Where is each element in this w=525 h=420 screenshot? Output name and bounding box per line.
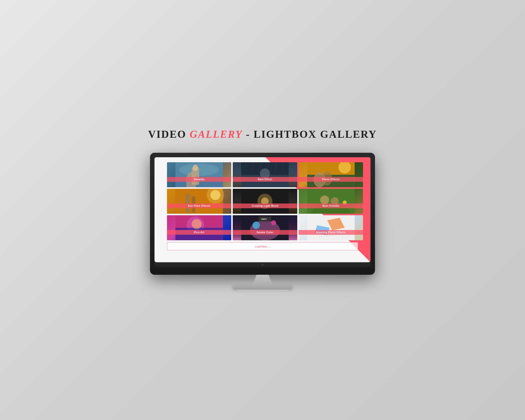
gallery-item-label-amazing-photo-effects: Amazing Photo Effects [299, 230, 363, 235]
monitor-dot [262, 264, 264, 266]
gallery-item-label-rain-effect: Rain Effect [233, 177, 297, 182]
gallery-grid: Ronaldo Rain Effect [167, 162, 363, 240]
page-title: VIDEO GALLERY - LIGHTBOX GALLERY [148, 128, 377, 140]
load-more-bar[interactable]: Load More ... [167, 242, 358, 250]
monitor-stand [150, 275, 375, 292]
gallery-item-label-sun-flare-effects: Sun Flare Effects [167, 204, 231, 208]
gallery-item-smoke-color[interactable]: OBEY Smoke Color [233, 215, 297, 240]
title-part2: - LIGHTBOX GALLERY [242, 128, 377, 140]
svg-point-30 [320, 196, 329, 204]
svg-text:OBEY: OBEY [261, 218, 267, 220]
monitor-bottom-bar [154, 262, 370, 267]
stand-base-reflection [238, 290, 288, 292]
screen-content: Ronaldo Rain Effect [154, 157, 370, 262]
gallery-item-label-creating-light-mood: Creating Light Mood [233, 204, 297, 208]
title-highlight: GALLERY [190, 128, 243, 140]
svg-point-36 [192, 219, 202, 229]
gallery-item-rain-effect[interactable]: Rain Effect [233, 162, 297, 187]
monitor-wrapper: Ronaldo Rain Effect [150, 153, 375, 292]
svg-rect-4 [193, 165, 198, 171]
gallery-item-sun-flare-effects[interactable]: Sun Flare Effects [167, 189, 231, 214]
svg-point-39 [252, 222, 260, 229]
gallery-item-amazing-photo-effects[interactable]: Amazing Photo Effects [299, 215, 363, 240]
load-more-label: Load More ... [255, 245, 270, 248]
gallery-item-label-best-friends: Best Friends [299, 204, 363, 208]
gallery-item-pics-art[interactable]: Pics Art [167, 215, 231, 240]
gallery-item-ronaldo[interactable]: Ronaldo [167, 162, 231, 187]
gallery-item-label-photo-effects: Photo Effects [299, 177, 363, 182]
stand-neck [252, 275, 272, 285]
svg-point-40 [271, 220, 276, 225]
gallery-item-label-ronaldo: Ronaldo [167, 177, 231, 182]
gallery-item-label-pics-art: Pics Art [167, 230, 231, 235]
monitor: Ronaldo Rain Effect [150, 153, 375, 275]
title-part1: VIDEO [148, 128, 190, 140]
svg-rect-22 [186, 194, 190, 212]
gallery-item-creating-light-mood[interactable]: Creating Light Mood [233, 189, 297, 214]
gallery-item-best-friends[interactable]: Best Friends [299, 189, 363, 214]
gallery-area: Ronaldo Rain Effect [154, 157, 370, 253]
gallery-item-label-smoke-color: Smoke Color [233, 230, 297, 235]
stand-base [232, 285, 292, 289]
gallery-item-photo-effects[interactable]: Photo Effects [299, 162, 363, 187]
screen-bezel: Ronaldo Rain Effect [154, 157, 370, 262]
